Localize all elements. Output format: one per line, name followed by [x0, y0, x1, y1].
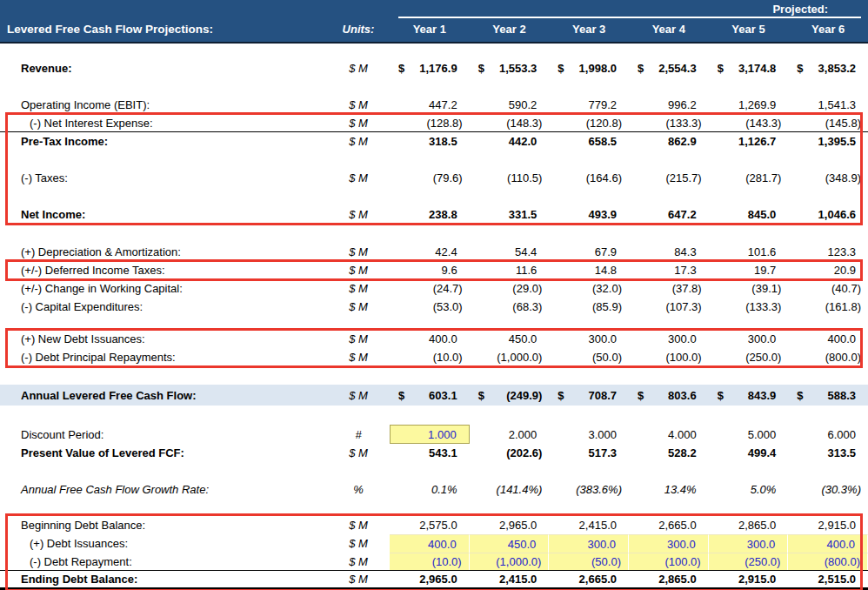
cell-newdebt-y1[interactable]: 400.0: [390, 330, 470, 348]
cell-growth-y1[interactable]: 0.1%: [390, 480, 470, 499]
cell-growth-y4[interactable]: 13.4%: [629, 480, 709, 499]
cell-dit-y2[interactable]: 11.6: [470, 261, 550, 279]
cell-ebit-y6[interactable]: 1,541.3: [788, 96, 868, 114]
row-label-revenue[interactable]: Revenue:: [0, 62, 327, 75]
cell-da-y2[interactable]: 54.4: [470, 243, 550, 261]
cell-ebit-y4[interactable]: 996.2: [629, 96, 709, 114]
cell-wc-y2[interactable]: (29.0): [470, 279, 550, 298]
units-cell-repay2[interactable]: $ M: [327, 555, 390, 568]
row-label-growth[interactable]: Annual Free Cash Flow Growth Rate:: [0, 483, 327, 496]
cell-begdebt-y4[interactable]: 2,665.0: [629, 515, 709, 534]
units-cell-pv[interactable]: $ M: [327, 446, 390, 459]
cell-taxes-y4[interactable]: (215.7): [629, 169, 709, 187]
row-label-taxes[interactable]: (-) Taxes:: [0, 171, 327, 184]
units-cell-growth[interactable]: %: [327, 483, 390, 496]
cell-ending-y1[interactable]: 2,965.0: [390, 571, 470, 587]
cell-newdebt-y2[interactable]: 450.0: [470, 330, 550, 348]
cell-revenue-y5[interactable]: $3,174.8: [709, 59, 789, 77]
cell-dit-y4[interactable]: 17.3: [629, 261, 709, 279]
cell-ending-y2[interactable]: 2,415.0: [470, 571, 550, 587]
cell-repay2-y4[interactable]: (100.0): [629, 553, 709, 570]
cell-fcf-y5[interactable]: $843.9: [709, 385, 789, 406]
cell-nie-y4[interactable]: (133.3): [629, 114, 709, 131]
cell-discount-y6[interactable]: 6.000: [788, 425, 868, 444]
cell-netincome-y3[interactable]: 493.9: [549, 205, 629, 224]
cell-capex-y2[interactable]: (68.3): [470, 298, 550, 316]
row-label-wc[interactable]: (+/-) Change in Working Capital:: [0, 282, 327, 295]
units-cell-netincome[interactable]: $ M: [327, 208, 390, 221]
cell-taxes-y6[interactable]: (348.9): [788, 169, 868, 187]
cell-netincome-y2[interactable]: 331.5: [470, 205, 550, 224]
cell-pretax-y6[interactable]: 1,395.5: [788, 132, 868, 151]
cell-fcf-y2[interactable]: $(249.9): [470, 385, 550, 406]
cell-repay2-y1[interactable]: (10.0): [390, 553, 470, 570]
row-label-issu[interactable]: (+) Debt Issuances:: [0, 537, 327, 550]
row-label-newdebt[interactable]: (+) New Debt Issuances:: [0, 332, 327, 345]
cell-fcf-y4[interactable]: $803.6: [629, 385, 709, 406]
units-cell-discount[interactable]: #: [327, 428, 390, 441]
cell-repay-y4[interactable]: (100.0): [629, 348, 709, 366]
cell-revenue-y4[interactable]: $2,554.3: [629, 59, 709, 77]
cell-taxes-y3[interactable]: (164.6): [549, 169, 629, 187]
cell-repay2-y3[interactable]: (50.0): [549, 553, 629, 570]
cell-issu-y1[interactable]: 400.0: [390, 534, 470, 553]
cell-growth-y3[interactable]: (383.6%): [549, 480, 629, 499]
units-cell-begdebt[interactable]: $ M: [327, 519, 390, 532]
cell-pv-y6[interactable]: 313.5: [788, 444, 868, 462]
cell-dit-y6[interactable]: 20.9: [788, 261, 868, 279]
cell-ebit-y3[interactable]: 779.2: [549, 96, 629, 114]
row-label-ending[interactable]: Ending Debt Balance:: [0, 573, 327, 586]
cell-pv-y4[interactable]: 528.2: [629, 444, 709, 462]
cell-capex-y4[interactable]: (107.3): [629, 298, 709, 316]
cell-pv-y3[interactable]: 517.3: [549, 444, 629, 462]
cell-repay2-y5[interactable]: (250.0): [709, 553, 789, 570]
units-cell-nie[interactable]: $ M: [327, 117, 390, 130]
cell-issu-y4[interactable]: 300.0: [629, 534, 709, 553]
cell-dit-y5[interactable]: 19.7: [709, 261, 789, 279]
cell-newdebt-y5[interactable]: 300.0: [709, 330, 789, 348]
cell-newdebt-y4[interactable]: 300.0: [629, 330, 709, 348]
cell-pretax-y2[interactable]: 442.0: [470, 132, 550, 151]
cell-capex-y1[interactable]: (53.0): [390, 298, 470, 316]
cell-ending-y3[interactable]: 2,665.0: [549, 571, 629, 587]
cell-issu-y2[interactable]: 450.0: [470, 534, 550, 553]
cell-repay-y3[interactable]: (50.0): [549, 348, 629, 366]
units-cell-dit[interactable]: $ M: [327, 264, 390, 277]
cell-growth-y5[interactable]: 5.0%: [709, 480, 789, 499]
cell-nie-y2[interactable]: (148.3): [470, 114, 550, 131]
row-label-fcf[interactable]: Annual Levered Free Cash Flow:: [0, 389, 327, 402]
cell-da-y4[interactable]: 84.3: [629, 243, 709, 261]
row-label-capex[interactable]: (-) Capital Expenditures:: [0, 300, 327, 313]
row-label-pv[interactable]: Present Value of Levered FCF:: [0, 446, 327, 459]
row-label-begdebt[interactable]: Beginning Debt Balance:: [0, 519, 327, 532]
row-label-repay2[interactable]: (-) Debt Repayment:: [0, 555, 327, 568]
cell-da-y6[interactable]: 123.3: [788, 243, 868, 261]
units-cell-wc[interactable]: $ M: [327, 282, 390, 295]
cell-discount-y4[interactable]: 4.000: [629, 425, 709, 444]
cell-revenue-y6[interactable]: $3,853.2: [788, 59, 868, 77]
cell-nie-y6[interactable]: (145.8): [788, 114, 868, 131]
cell-growth-y6[interactable]: (30.3%): [788, 480, 868, 499]
units-cell-fcf[interactable]: $ M: [327, 389, 390, 402]
cell-nie-y5[interactable]: (143.3): [709, 114, 789, 131]
cell-capex-y3[interactable]: (85.9): [549, 298, 629, 316]
cell-dit-y1[interactable]: 9.6: [390, 261, 470, 279]
cell-fcf-y1[interactable]: $603.1: [390, 385, 470, 406]
cell-nie-y3[interactable]: (120.8): [549, 114, 629, 131]
cell-nie-y1[interactable]: (128.8): [390, 114, 470, 131]
cell-da-y3[interactable]: 67.9: [549, 243, 629, 261]
cell-ending-y4[interactable]: 2,865.0: [629, 571, 709, 587]
units-cell-revenue[interactable]: $ M: [327, 62, 390, 75]
units-cell-newdebt[interactable]: $ M: [327, 332, 390, 345]
cell-dit-y3[interactable]: 14.8: [549, 261, 629, 279]
cell-ebit-y5[interactable]: 1,269.9: [709, 96, 789, 114]
cell-repay2-y2[interactable]: (1,000.0): [470, 553, 550, 570]
row-label-dit[interactable]: (+/-) Deferred Income Taxes:: [0, 264, 327, 277]
cell-pv-y1[interactable]: 543.1: [390, 444, 470, 462]
cell-issu-y3[interactable]: 300.0: [549, 534, 629, 553]
row-label-ebit[interactable]: Operating Income (EBIT):: [0, 98, 327, 111]
cell-repay-y5[interactable]: (250.0): [709, 348, 789, 366]
cell-wc-y1[interactable]: (24.7): [390, 279, 470, 298]
cell-issu-y6[interactable]: 400.0: [788, 534, 868, 553]
cell-begdebt-y5[interactable]: 2,865.0: [709, 515, 789, 534]
